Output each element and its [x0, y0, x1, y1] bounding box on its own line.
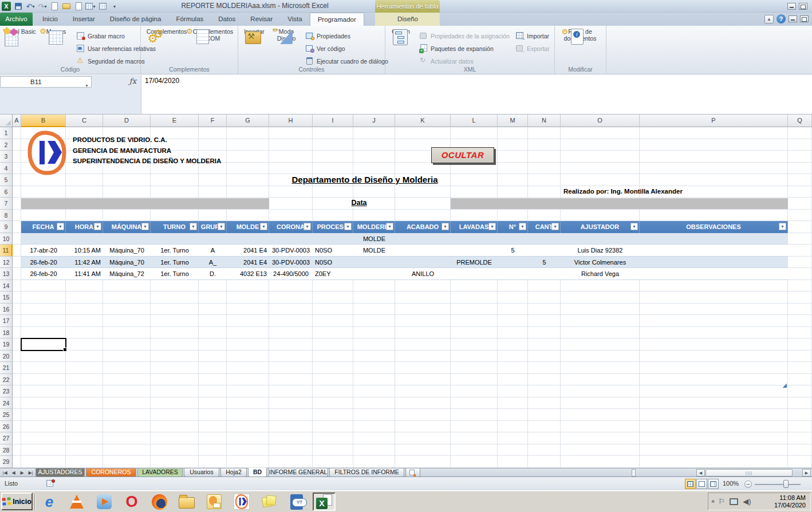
filter-dropdown-icon[interactable]: ▼: [218, 223, 225, 230]
table-header-fecha[interactable]: FECHA▼: [21, 221, 66, 233]
column-header-I[interactable]: I: [313, 115, 353, 127]
table-cell[interactable]: ANILLO: [395, 268, 451, 279]
table-header-molderia[interactable]: MOLDERIA▼: [353, 221, 395, 233]
table-cell[interactable]: [451, 245, 498, 256]
excel-taskbar-icon[interactable]: X: [313, 493, 336, 511]
row-header-21[interactable]: 21: [0, 362, 13, 374]
table-cell[interactable]: Máquina_72: [103, 268, 151, 279]
table-cell[interactable]: 26-feb-20: [21, 268, 66, 279]
row-header-5[interactable]: 5: [0, 174, 13, 186]
first-sheet-icon[interactable]: |◀: [1, 469, 9, 476]
table-cell[interactable]: 5: [528, 257, 561, 268]
row-header-18[interactable]: 18: [0, 327, 13, 339]
next-sheet-icon[interactable]: ▶: [18, 469, 26, 476]
table-cell[interactable]: 1er. Turno: [151, 245, 199, 256]
table-cell[interactable]: [561, 233, 640, 245]
table-header-turno[interactable]: TURNO▼: [151, 221, 199, 233]
table-cell[interactable]: [21, 233, 66, 245]
column-header-G[interactable]: G: [227, 115, 269, 127]
tab-vista[interactable]: Vista: [280, 13, 309, 26]
table-cell[interactable]: Luis Diaz 92382: [561, 245, 640, 256]
row-header-16[interactable]: 16: [0, 304, 13, 316]
redo-icon[interactable]: ↷▾: [37, 1, 48, 11]
table-header-cant[interactable]: CANT▼: [528, 221, 561, 233]
filter-dropdown-icon[interactable]: ▼: [260, 223, 267, 230]
row-header-19[interactable]: 19: [0, 338, 13, 350]
row-header-14[interactable]: 14: [0, 280, 13, 292]
column-header-P[interactable]: P: [640, 115, 788, 127]
table-cell[interactable]: 17-abr-20: [21, 245, 66, 256]
sheet-tab-usuarios[interactable]: Usuarios: [184, 468, 219, 477]
table-cell[interactable]: [528, 245, 561, 256]
internet-explorer-taskbar-icon[interactable]: e: [38, 493, 61, 511]
filter-dropdown-icon[interactable]: ▼: [141, 223, 149, 230]
column-header-D[interactable]: D: [103, 115, 151, 127]
column-header-J[interactable]: J: [353, 115, 395, 127]
table-cell[interactable]: [66, 233, 103, 245]
filter-dropdown-icon[interactable]: ▼: [344, 223, 352, 230]
tab-fórmulas[interactable]: Fórmulas: [168, 13, 211, 26]
insertar-control-button[interactable]: ⚒ Insertar▾: [239, 28, 269, 43]
zoom-slider-thumb[interactable]: [783, 480, 789, 488]
prev-sheet-icon[interactable]: ◀: [10, 469, 17, 476]
last-sheet-icon[interactable]: ▶|: [27, 469, 34, 476]
table-header-observaciones[interactable]: OBSERVACIONES▼: [640, 221, 788, 233]
row-header-28[interactable]: 28: [0, 444, 13, 456]
row-header-7[interactable]: 7: [0, 198, 13, 210]
vt-app-taskbar-icon[interactable]: [285, 493, 308, 511]
column-header-L[interactable]: L: [451, 115, 498, 127]
grabar-macro-button[interactable]: Grabar macro: [77, 30, 125, 41]
table-cell[interactable]: A: [199, 245, 227, 256]
table-cell[interactable]: 26-feb-20: [21, 257, 66, 268]
sticky-notes-taskbar-icon[interactable]: [258, 493, 281, 511]
filter-dropdown-icon[interactable]: ▼: [551, 223, 559, 230]
filter-dropdown-icon[interactable]: ▼: [94, 223, 101, 230]
hscroll-right-icon[interactable]: ▶: [802, 469, 811, 476]
row-header-26[interactable]: 26: [0, 421, 13, 433]
hscroll-left-icon[interactable]: ◀: [696, 469, 705, 476]
table-cell[interactable]: [451, 233, 498, 245]
column-header-O[interactable]: O: [561, 115, 640, 127]
table-cell[interactable]: 30-PDV-0003: [269, 245, 313, 256]
table-cell[interactable]: [640, 233, 788, 245]
column-header-K[interactable]: K: [395, 115, 451, 127]
panel-documentos-button[interactable]: i ⚙ Panel de documentos: [562, 28, 598, 42]
table-header-acabado[interactable]: ACABADO▼: [395, 221, 451, 233]
outlook-taskbar-icon[interactable]: [203, 493, 226, 511]
tab-inicio[interactable]: Inicio: [35, 13, 65, 26]
zoom-slider-track[interactable]: [755, 484, 801, 485]
table-cell[interactable]: D.: [199, 268, 227, 279]
sheet-tab-bd[interactable]: BD: [248, 468, 267, 477]
table-header-n-[interactable]: N°▼: [498, 221, 528, 233]
table-cell[interactable]: 4032 E13: [227, 268, 269, 279]
vlc-player-taskbar-icon[interactable]: [65, 493, 88, 511]
group-label-modificar[interactable]: Modificar: [555, 66, 606, 73]
table-cell[interactable]: 5: [498, 245, 528, 256]
table-cell[interactable]: PREMOLDE: [451, 257, 498, 268]
table-cell[interactable]: [353, 268, 395, 279]
table-cell[interactable]: [313, 233, 353, 245]
table-cell[interactable]: [640, 245, 788, 256]
group-label-controles[interactable]: Controles: [238, 66, 385, 73]
filter-dropdown-icon[interactable]: ▼: [519, 223, 526, 230]
group-label-xml[interactable]: XML: [385, 66, 554, 73]
print-preview-icon[interactable]: [73, 1, 84, 11]
filter-dropdown-icon[interactable]: ▼: [303, 223, 311, 230]
collapse-ribbon-icon[interactable]: ▲: [764, 15, 774, 23]
sheet-tab-hoja2[interactable]: Hoja2: [220, 468, 247, 477]
table-cell[interactable]: [103, 233, 151, 245]
tab-diseno-contextual[interactable]: Diseño: [385, 13, 431, 26]
table-cell[interactable]: [451, 268, 498, 279]
hscroll-thumb[interactable]: ||||: [705, 469, 793, 476]
table-cell[interactable]: 11:42 AM: [66, 257, 103, 268]
firefox-taskbar-icon[interactable]: [148, 493, 171, 511]
row-header-11[interactable]: 11: [0, 245, 13, 257]
column-header-B[interactable]: B: [21, 115, 66, 127]
row-header-2[interactable]: 2: [0, 139, 13, 151]
restore-workbook-button[interactable]: [800, 15, 809, 22]
table-cell[interactable]: 1er. Turno: [151, 268, 199, 279]
zoom-level[interactable]: 100%: [723, 480, 739, 487]
filter-dropdown-icon[interactable]: ▼: [630, 223, 638, 230]
tab-diseño-de-página[interactable]: Diseño de página: [103, 13, 169, 26]
table-header-m-quina[interactable]: MÁQUINA▼: [103, 221, 151, 233]
